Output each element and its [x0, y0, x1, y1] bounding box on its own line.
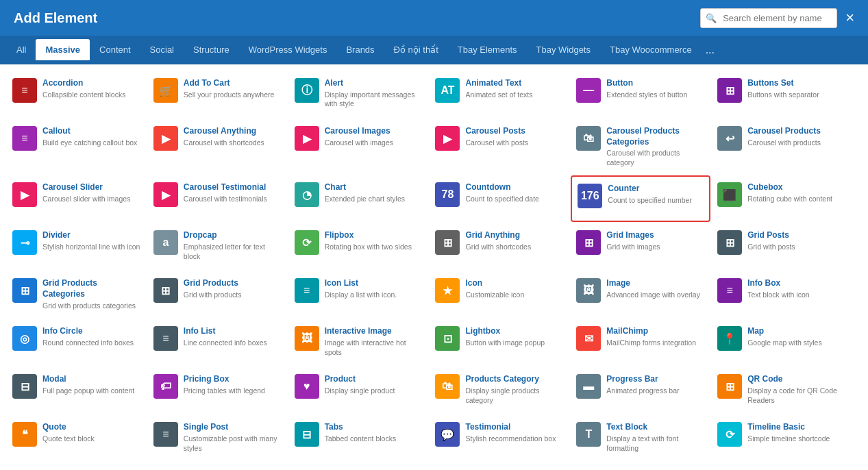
element-desc: Carousel with products — [747, 138, 846, 148]
element-item[interactable]: 🛍Carousel Products CategoriesCarousel wi… — [571, 119, 710, 174]
element-item[interactable]: 78CountdownCount to specified date — [430, 175, 569, 222]
element-item[interactable]: —ButtonExtended styles of button — [571, 71, 710, 118]
element-item[interactable]: 🖼ImageAdvanced image with overlay — [571, 271, 710, 318]
element-item[interactable]: ATAnimated TextAnimated set of texts — [430, 71, 569, 118]
element-icon: ▬ — [576, 374, 601, 399]
element-icon: ≡ — [153, 422, 178, 447]
element-item[interactable]: 🖼Interactive ImageImage with interactive… — [289, 319, 429, 366]
tab-social[interactable]: Social — [140, 39, 184, 60]
element-item[interactable]: aDropcapEmphasized letter for text block — [148, 223, 288, 270]
element-desc: Customizable post with many styles — [184, 434, 282, 453]
element-item[interactable]: ▬Progress BarAnimated progress bar — [571, 367, 710, 414]
element-item[interactable]: ▶Carousel PostsCarousel with posts — [430, 119, 569, 174]
element-desc: Stylish recommendation box — [465, 434, 564, 444]
tab-tbay-widgets[interactable]: Tbay Widgets — [527, 39, 600, 60]
element-name: Buttons Set — [747, 78, 846, 89]
element-item[interactable]: ⊞QR CodeDisplay a code for QR Code Reade… — [712, 367, 852, 414]
element-name: Button — [606, 78, 705, 89]
element-item[interactable]: ↩Carousel ProductsCarousel with products — [712, 119, 852, 174]
tab-tbay-elements[interactable]: Tbay Elements — [448, 39, 527, 60]
element-item[interactable]: ◎Info CircleRound connected info boxes — [7, 319, 147, 366]
element-item[interactable]: ▶Carousel AnythingCarousel with shortcod… — [148, 119, 288, 174]
element-item[interactable]: ◔ChartExtended pie chart styles — [289, 175, 429, 222]
element-item[interactable]: ▶Carousel ImagesCarousel with images — [289, 119, 429, 174]
element-item[interactable]: ♥ProductDisplay single product — [289, 367, 429, 414]
tab-tbay-woocommerce[interactable]: Tbay Woocommerce — [600, 39, 702, 60]
element-item[interactable]: ❝QuoteQuote text block — [7, 415, 147, 462]
element-desc: Pricing tables with legend — [184, 386, 282, 396]
tabs-more[interactable]: ... — [706, 44, 715, 56]
element-item[interactable]: ⊟ModalFull page popup with content — [7, 367, 147, 414]
element-icon: ↩ — [717, 126, 742, 151]
element-item[interactable]: ▶Carousel TestimonialCarousel with testi… — [148, 175, 288, 222]
element-item[interactable]: ⊞Grid Products CategoriesGrid with produ… — [7, 271, 147, 318]
tab-structure[interactable]: Structure — [184, 39, 239, 60]
element-item[interactable]: ⊞Grid ImagesGrid with images — [571, 223, 710, 270]
element-icon: ⊸ — [12, 230, 37, 255]
tab-all[interactable]: All — [7, 39, 36, 60]
element-item[interactable]: ✉MailChimpMailChimp forms integration — [571, 319, 710, 366]
search-input[interactable] — [700, 8, 837, 28]
element-icon: ≡ — [717, 278, 742, 303]
element-icon: ⊞ — [717, 230, 742, 255]
tab-do-noi-that[interactable]: Đồ nội thất — [384, 39, 448, 60]
element-desc: Display single products category — [465, 386, 564, 405]
search-box: 🔍 × — [700, 8, 854, 28]
element-icon: ⓘ — [295, 78, 319, 103]
element-icon: a — [153, 230, 178, 255]
element-item[interactable]: ⊸DividerStylish horizontal line with ico… — [7, 223, 147, 270]
element-icon: ◎ — [12, 326, 37, 351]
element-name: Timeline Basic — [747, 422, 846, 433]
element-item[interactable]: ⊟TabsTabbed content blocks — [289, 415, 429, 462]
element-item[interactable]: 📍MapGoogle map with styles — [712, 319, 852, 366]
element-name: Single Post — [184, 422, 282, 433]
element-desc: Rotating box with two sides — [325, 243, 423, 252]
element-item[interactable]: ⟳Timeline BasicSimple timeline shortcode — [712, 415, 852, 462]
close-button[interactable]: × — [845, 10, 854, 25]
element-desc: Sell your products anywhere — [184, 90, 282, 100]
element-name: Grid Anything — [465, 230, 564, 241]
element-item[interactable]: ★IconCustomizable icon — [430, 271, 569, 318]
element-icon: ⊞ — [717, 78, 742, 103]
element-desc: Carousel with testimonials — [184, 195, 282, 204]
element-name: Icon List — [325, 278, 423, 289]
element-item[interactable]: ≡AccordionCollapsible content blocks — [7, 71, 147, 118]
element-item[interactable]: 176CounterCount to specified number — [571, 175, 710, 222]
element-item[interactable]: ⟳FlipboxRotating box with two sides — [289, 223, 429, 270]
element-desc: Rotating cube with content — [747, 195, 846, 204]
tab-brands[interactable]: Brands — [336, 39, 384, 60]
element-item[interactable]: ≡Info ListLine connected info boxes — [148, 319, 288, 366]
element-item[interactable]: ⬛CubeboxRotating cube with content — [712, 175, 852, 222]
element-desc: Extended pie chart styles — [325, 195, 423, 204]
element-name: Progress Bar — [606, 374, 705, 385]
element-item[interactable]: ⊞Grid ProductsGrid with products — [148, 271, 288, 318]
element-item[interactable]: ⊡LightboxButton with image popup — [430, 319, 569, 366]
element-item[interactable]: ⊞Grid AnythingGrid with shortcodes — [430, 223, 569, 270]
element-desc: Quote text block — [42, 434, 141, 444]
element-item[interactable]: ⓘAlertDisplay important messages with st… — [289, 71, 429, 118]
element-item[interactable]: ≡CalloutBuild eye catching callout box — [7, 119, 147, 174]
element-item[interactable]: ⊞Grid PostsGrid with posts — [712, 223, 852, 270]
element-name: Flipbox — [325, 230, 423, 241]
element-item[interactable]: 🛒Add To CartSell your products anywhere — [148, 71, 288, 118]
element-desc: Google map with styles — [747, 338, 846, 348]
element-desc: Count to specified date — [465, 195, 564, 204]
tab-wordpress-widgets[interactable]: WordPress Widgets — [239, 39, 337, 60]
element-item[interactable]: ≡Single PostCustomizable post with many … — [148, 415, 288, 462]
element-icon: ⊞ — [717, 374, 742, 399]
tab-content[interactable]: Content — [90, 39, 140, 60]
element-name: Icon — [465, 278, 564, 289]
element-item[interactable]: 🏷Pricing BoxPricing tables with legend — [148, 367, 288, 414]
element-item[interactable]: ≡Info BoxText block with icon — [712, 271, 852, 318]
element-icon: ▶ — [295, 126, 319, 151]
element-icon: ≡ — [153, 326, 178, 351]
element-item[interactable]: 💬TestimonialStylish recommendation box — [430, 415, 569, 462]
element-item[interactable]: ▶Carousel SliderCarousel slider with ima… — [7, 175, 147, 222]
element-item[interactable]: TText BlockDisplay a text with font form… — [571, 415, 710, 462]
tab-massive[interactable]: Massive — [36, 39, 90, 60]
element-item[interactable]: ⊞Buttons SetButtons with separator — [712, 71, 852, 118]
element-desc: Carousel with products category — [606, 149, 705, 167]
element-item[interactable]: 🛍Products CategoryDisplay single product… — [430, 367, 569, 414]
element-item[interactable]: ≡Icon ListDisplay a list with icon. — [289, 271, 429, 318]
element-icon: T — [576, 422, 601, 447]
